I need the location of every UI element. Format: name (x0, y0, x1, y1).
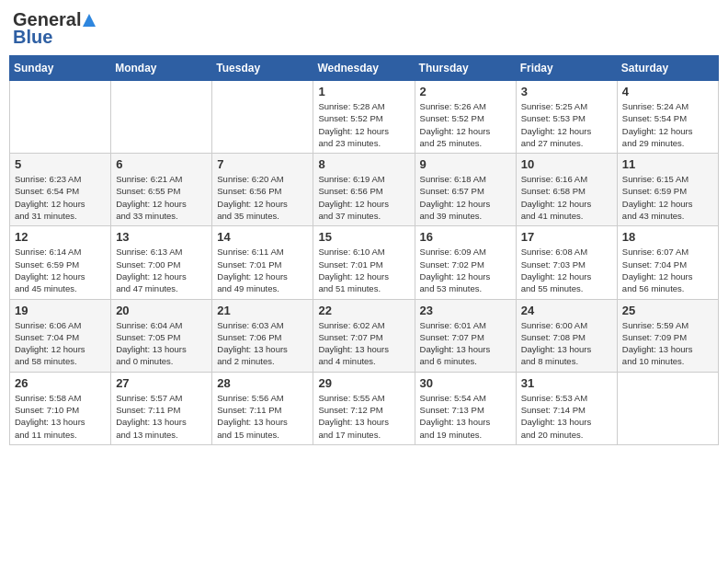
day-info: Sunrise: 6:02 AM Sunset: 7:07 PM Dayligh… (318, 319, 409, 368)
day-info: Sunrise: 6:07 AM Sunset: 7:04 PM Dayligh… (622, 246, 713, 294)
calendar-cell: 15Sunrise: 6:10 AM Sunset: 7:01 PM Dayli… (313, 226, 415, 299)
calendar-cell: 2Sunrise: 5:26 AM Sunset: 5:52 PM Daylig… (415, 81, 516, 154)
calendar-cell: 12Sunrise: 6:14 AM Sunset: 6:59 PM Dayli… (10, 226, 111, 299)
day-number: 19 (15, 304, 106, 317)
day-info: Sunrise: 6:15 AM Sunset: 6:59 PM Dayligh… (622, 173, 713, 222)
calendar-cell: 1Sunrise: 5:28 AM Sunset: 5:52 PM Daylig… (313, 81, 415, 154)
calendar-cell (212, 81, 313, 154)
day-info: Sunrise: 6:09 AM Sunset: 7:02 PM Dayligh… (420, 246, 511, 294)
day-info: Sunrise: 6:00 AM Sunset: 7:08 PM Dayligh… (521, 319, 612, 368)
weekday-header-wednesday: Wednesday (313, 56, 415, 81)
weekday-header-row: SundayMondayTuesdayWednesdayThursdayFrid… (10, 56, 719, 81)
day-number: 27 (116, 376, 207, 390)
day-number: 12 (15, 230, 106, 244)
calendar-cell: 7Sunrise: 6:20 AM Sunset: 6:56 PM Daylig… (212, 154, 313, 226)
calendar-cell: 13Sunrise: 6:13 AM Sunset: 7:00 PM Dayli… (111, 226, 212, 299)
calendar-cell: 26Sunrise: 5:58 AM Sunset: 7:10 PM Dayli… (10, 372, 111, 444)
day-info: Sunrise: 5:56 AM Sunset: 7:11 PM Dayligh… (217, 392, 308, 441)
calendar-cell: 31Sunrise: 5:53 AM Sunset: 7:14 PM Dayli… (516, 372, 617, 444)
calendar-week-row: 26Sunrise: 5:58 AM Sunset: 7:10 PM Dayli… (10, 372, 719, 444)
day-number: 29 (318, 376, 409, 390)
day-number: 22 (318, 304, 409, 317)
day-info: Sunrise: 6:01 AM Sunset: 7:07 PM Dayligh… (420, 319, 511, 368)
calendar-cell: 21Sunrise: 6:03 AM Sunset: 7:06 PM Dayli… (212, 299, 313, 372)
day-info: Sunrise: 6:16 AM Sunset: 6:58 PM Dayligh… (521, 173, 612, 222)
day-info: Sunrise: 5:55 AM Sunset: 7:12 PM Dayligh… (318, 392, 409, 441)
day-number: 11 (622, 157, 713, 171)
calendar-cell: 6Sunrise: 6:21 AM Sunset: 6:55 PM Daylig… (111, 154, 212, 226)
day-info: Sunrise: 6:10 AM Sunset: 7:01 PM Dayligh… (318, 246, 409, 294)
day-number: 23 (420, 304, 511, 317)
calendar: SundayMondayTuesdayWednesdayThursdayFrid… (9, 55, 719, 445)
day-info: Sunrise: 6:13 AM Sunset: 7:00 PM Dayligh… (116, 246, 207, 294)
calendar-week-row: 19Sunrise: 6:06 AM Sunset: 7:04 PM Dayli… (10, 299, 719, 372)
day-info: Sunrise: 6:04 AM Sunset: 7:05 PM Dayligh… (116, 319, 207, 368)
day-number: 5 (15, 157, 106, 171)
day-info: Sunrise: 6:21 AM Sunset: 6:55 PM Dayligh… (116, 173, 207, 222)
calendar-cell (111, 81, 212, 154)
day-number: 25 (622, 304, 713, 317)
svg-marker-0 (83, 14, 96, 27)
calendar-week-row: 1Sunrise: 5:28 AM Sunset: 5:52 PM Daylig… (10, 81, 719, 154)
calendar-cell: 3Sunrise: 5:25 AM Sunset: 5:53 PM Daylig… (516, 81, 617, 154)
calendar-cell: 27Sunrise: 5:57 AM Sunset: 7:11 PM Dayli… (111, 372, 212, 444)
day-info: Sunrise: 6:06 AM Sunset: 7:04 PM Dayligh… (15, 319, 106, 368)
day-info: Sunrise: 6:18 AM Sunset: 6:57 PM Dayligh… (420, 173, 511, 222)
weekday-header-saturday: Saturday (617, 56, 718, 81)
day-info: Sunrise: 6:14 AM Sunset: 6:59 PM Dayligh… (15, 246, 106, 294)
calendar-cell (617, 372, 718, 444)
day-info: Sunrise: 5:58 AM Sunset: 7:10 PM Dayligh… (15, 392, 106, 441)
day-number: 13 (116, 230, 207, 244)
calendar-week-row: 12Sunrise: 6:14 AM Sunset: 6:59 PM Dayli… (10, 226, 719, 299)
calendar-cell: 10Sunrise: 6:16 AM Sunset: 6:58 PM Dayli… (516, 154, 617, 226)
calendar-cell: 23Sunrise: 6:01 AM Sunset: 7:07 PM Dayli… (415, 299, 516, 372)
day-number: 8 (318, 157, 409, 171)
calendar-cell: 11Sunrise: 6:15 AM Sunset: 6:59 PM Dayli… (617, 154, 718, 226)
day-number: 24 (521, 304, 612, 317)
day-number: 21 (217, 304, 308, 317)
calendar-cell: 20Sunrise: 6:04 AM Sunset: 7:05 PM Dayli… (111, 299, 212, 372)
day-number: 2 (420, 85, 511, 98)
day-number: 7 (217, 157, 308, 171)
day-info: Sunrise: 5:25 AM Sunset: 5:53 PM Dayligh… (521, 100, 612, 149)
day-number: 4 (622, 85, 713, 98)
day-info: Sunrise: 5:24 AM Sunset: 5:54 PM Dayligh… (622, 100, 713, 149)
day-number: 17 (521, 230, 612, 244)
day-info: Sunrise: 6:03 AM Sunset: 7:06 PM Dayligh… (217, 319, 308, 368)
day-number: 14 (217, 230, 308, 244)
calendar-week-row: 5Sunrise: 6:23 AM Sunset: 6:54 PM Daylig… (10, 154, 719, 226)
day-number: 28 (217, 376, 308, 390)
logo-text-blue: Blue (13, 27, 52, 48)
calendar-cell: 18Sunrise: 6:07 AM Sunset: 7:04 PM Dayli… (617, 226, 718, 299)
calendar-cell: 28Sunrise: 5:56 AM Sunset: 7:11 PM Dayli… (212, 372, 313, 444)
logo: General Blue (13, 9, 97, 48)
day-number: 9 (420, 157, 511, 171)
calendar-cell: 4Sunrise: 5:24 AM Sunset: 5:54 PM Daylig… (617, 81, 718, 154)
calendar-cell: 29Sunrise: 5:55 AM Sunset: 7:12 PM Dayli… (313, 372, 415, 444)
weekday-header-monday: Monday (111, 56, 212, 81)
calendar-cell: 19Sunrise: 6:06 AM Sunset: 7:04 PM Dayli… (10, 299, 111, 372)
day-number: 6 (116, 157, 207, 171)
day-info: Sunrise: 5:53 AM Sunset: 7:14 PM Dayligh… (521, 392, 612, 441)
day-info: Sunrise: 5:57 AM Sunset: 7:11 PM Dayligh… (116, 392, 207, 441)
logo-icon (81, 12, 97, 29)
calendar-cell: 30Sunrise: 5:54 AM Sunset: 7:13 PM Dayli… (415, 372, 516, 444)
calendar-cell: 22Sunrise: 6:02 AM Sunset: 7:07 PM Dayli… (313, 299, 415, 372)
weekday-header-friday: Friday (516, 56, 617, 81)
day-info: Sunrise: 6:20 AM Sunset: 6:56 PM Dayligh… (217, 173, 308, 222)
day-info: Sunrise: 5:26 AM Sunset: 5:52 PM Dayligh… (420, 100, 511, 149)
day-number: 26 (15, 376, 106, 390)
day-info: Sunrise: 5:59 AM Sunset: 7:09 PM Dayligh… (622, 319, 713, 368)
day-number: 15 (318, 230, 409, 244)
day-number: 30 (420, 376, 511, 390)
page-header: General Blue (9, 9, 719, 48)
day-number: 16 (420, 230, 511, 244)
calendar-cell: 8Sunrise: 6:19 AM Sunset: 6:56 PM Daylig… (313, 154, 415, 226)
day-info: Sunrise: 6:23 AM Sunset: 6:54 PM Dayligh… (15, 173, 106, 222)
weekday-header-sunday: Sunday (10, 56, 111, 81)
calendar-cell: 9Sunrise: 6:18 AM Sunset: 6:57 PM Daylig… (415, 154, 516, 226)
weekday-header-thursday: Thursday (415, 56, 516, 81)
weekday-header-tuesday: Tuesday (212, 56, 313, 81)
calendar-cell (10, 81, 111, 154)
day-number: 18 (622, 230, 713, 244)
